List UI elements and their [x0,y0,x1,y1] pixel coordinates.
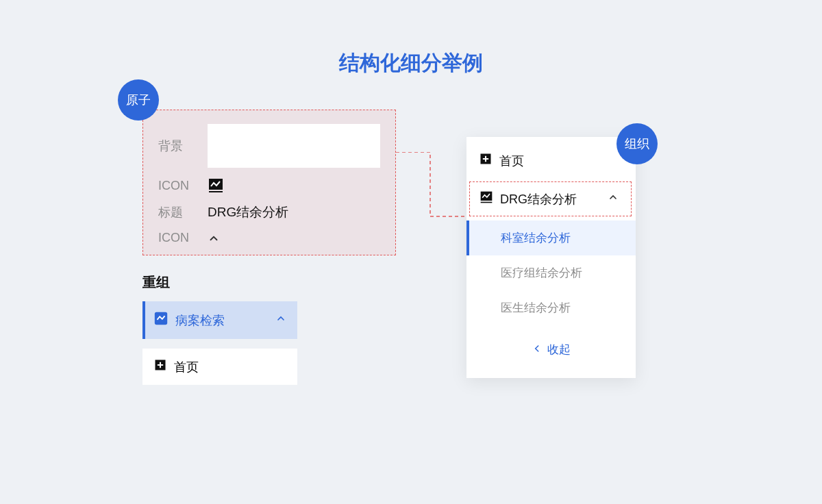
org-item-home[interactable]: 首页 [466,144,636,177]
chevron-left-icon [532,343,542,357]
org-sub-dept[interactable]: 科室结余分析 [466,220,636,255]
atom-label-icon1: ICON [158,179,208,193]
atom-background-swatch [208,124,380,168]
organization-menu: 首页 DRG结余分析 科室结余分析 医疗组结余分析 医生结余分析 收起 [466,137,636,378]
collapse-label: 收起 [547,342,571,357]
recombine-heading: 重组 [142,273,396,292]
svg-rect-1 [209,191,223,192]
atom-label-title: 标题 [158,204,208,220]
chevron-up-icon [208,232,220,244]
svg-rect-6 [481,202,493,203]
chart-icon [480,190,493,207]
connector-line [396,152,471,226]
atom-label-background: 背景 [158,138,208,154]
badge-atom: 原子 [118,79,159,121]
collapse-button[interactable]: 收起 [466,325,636,363]
plus-box-icon [479,152,493,169]
org-sub-doctor[interactable]: 医生结余分析 [466,290,636,325]
chevron-up-icon [608,192,619,206]
chevron-up-icon [275,313,286,327]
menu-item-home[interactable]: 首页 [142,349,297,385]
menu-item-search[interactable]: 病案检索 [142,301,297,339]
atom-title-value: DRG结余分析 [208,203,288,221]
search-chart-icon [153,311,169,329]
plus-box-icon [153,358,167,375]
menu-item-label: 首页 [174,359,199,375]
chart-icon [208,177,224,194]
recombine-box: 病案检索 首页 [142,301,297,385]
org-item-label: 首页 [499,153,524,169]
org-sub-group[interactable]: 医疗组结余分析 [466,255,636,290]
atom-section: 背景 ICON 标题 DRG结余分析 ICON 重组 病案检索 [142,110,396,385]
atom-box: 背景 ICON 标题 DRG结余分析 ICON [142,110,396,255]
menu-item-label: 病案检索 [175,312,225,329]
badge-organization: 组织 [616,123,658,164]
org-item-drg[interactable]: DRG结余分析 [469,181,632,216]
page-title: 结构化细分举例 [0,0,822,77]
atom-label-icon2: ICON [158,231,208,245]
org-item-label: DRG结余分析 [500,191,577,207]
